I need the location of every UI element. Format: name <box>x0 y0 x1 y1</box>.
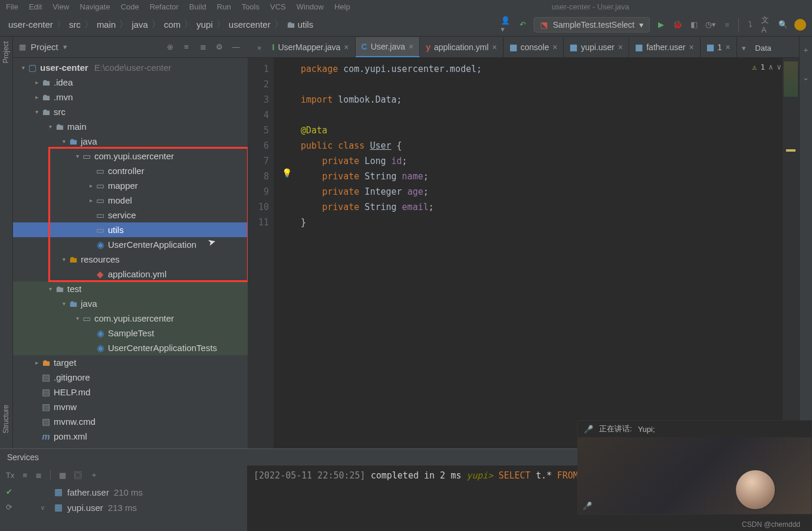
stop-button[interactable]: ■ <box>722 19 732 30</box>
tree-row[interactable]: ▸🖿.mvn <box>13 90 248 104</box>
editor-tab[interactable]: yapplication.yml× <box>420 37 504 57</box>
project-tree[interactable]: ▾▢ user-center E:\code\user-center ▸🖿.id… <box>13 58 248 448</box>
tree-row[interactable]: ▤.gitignore <box>13 370 248 385</box>
breadcrumb-item[interactable]: yupi <box>196 19 213 30</box>
tree-row[interactable]: ◆application.yml <box>13 267 248 281</box>
services-tree[interactable]: ▦ father.user 210 ms v▦ yupi.user 213 ms <box>18 484 143 515</box>
tree-row[interactable]: ▾▭com.yupi.usercenter <box>13 149 248 163</box>
tree-row[interactable]: ▭service <box>13 208 248 222</box>
tree-arrow-icon[interactable]: ▾ <box>46 286 54 292</box>
add-icon[interactable]: ＋ <box>90 470 98 480</box>
profile-button[interactable]: ◷▾ <box>705 19 716 30</box>
tree-row[interactable]: ▾🖿src <box>13 104 248 119</box>
extra-tab[interactable]: Data <box>751 39 776 57</box>
tree-row[interactable]: ▸▭model <box>13 193 248 208</box>
collapse-icon[interactable]: ≣ <box>197 42 209 51</box>
breadcrumb-item[interactable]: java <box>132 19 148 30</box>
mic-icon[interactable]: 🎤 <box>584 425 593 434</box>
tree-arrow-icon[interactable]: ▾ <box>73 153 81 159</box>
back-icon[interactable]: ↶ <box>517 19 528 30</box>
menu-item[interactable]: Build <box>189 2 206 11</box>
tab-overflow-icon[interactable]: ▾ <box>737 39 751 57</box>
add-tool-icon[interactable]: ＋ <box>800 45 812 55</box>
tree-row[interactable]: ▾🖿main <box>13 119 248 134</box>
close-icon[interactable]: × <box>252 39 267 57</box>
coverage-button[interactable]: ◧ <box>689 19 699 30</box>
menu-item[interactable]: Window <box>297 2 324 11</box>
inspections-widget[interactable]: ⚠ 1 ∧ ∨ <box>752 63 781 71</box>
prev-icon[interactable]: ∧ <box>768 63 773 71</box>
editor-tab[interactable]: ▦yupi.user× <box>564 37 629 57</box>
tree-row[interactable]: ◉UserCenterApplicationTests <box>13 340 248 355</box>
debug-button[interactable]: 🐞 <box>672 19 683 30</box>
menu-item[interactable]: Refactor <box>150 2 179 11</box>
close-icon[interactable]: × <box>344 42 349 52</box>
collapse-icon[interactable]: ≣ <box>35 471 42 480</box>
run-button[interactable]: ▶ <box>656 19 666 30</box>
service-row[interactable]: v▦ yupi.user 213 ms <box>41 500 143 515</box>
tree-row[interactable]: ▾🖿test <box>13 281 248 296</box>
tree-arrow-icon[interactable]: ▾ <box>46 123 54 130</box>
menu-item[interactable]: Run <box>217 2 231 11</box>
menu-item[interactable]: File <box>6 2 18 11</box>
tree-row[interactable]: ◉SampleTest <box>13 326 248 340</box>
close-icon[interactable]: × <box>725 42 730 52</box>
tree-arrow-icon[interactable]: ▾ <box>32 109 41 115</box>
tree-row[interactable]: mpom.xml <box>13 429 248 444</box>
code-editor[interactable]: 123 456 789 1011 package com.yupi.userce… <box>248 58 799 448</box>
chevron-down-icon[interactable]: ⌄ <box>800 73 812 82</box>
gear-icon[interactable]: ⚙ <box>213 42 225 51</box>
editor-tab[interactable]: ▦father.user× <box>629 37 700 57</box>
run-configuration-select[interactable]: ⬔ SampleTest.testSelect ▾ <box>534 17 650 32</box>
tree-row[interactable]: ▾🖿java <box>13 134 248 149</box>
breadcrumb-item[interactable]: user-center <box>8 19 53 30</box>
breadcrumb-item[interactable]: src <box>69 19 81 30</box>
tree-root[interactable]: ▾▢ user-center E:\code\user-center <box>13 60 248 75</box>
tree-row[interactable]: ▾▭com.yupi.usercenter <box>13 311 248 326</box>
editor-tab[interactable]: ▦1× <box>701 37 737 57</box>
filter-icon[interactable]: Tx <box>6 471 14 480</box>
tree-row[interactable]: ▤HELP.md <box>13 385 248 399</box>
project-tool-tab[interactable]: Project <box>0 37 12 68</box>
breadcrumb-item[interactable]: 🖿utils <box>287 19 314 30</box>
menu-item[interactable]: Help <box>334 2 350 11</box>
tree-row[interactable]: ▸🖿target <box>13 355 248 370</box>
next-icon[interactable]: ∨ <box>777 63 781 71</box>
refresh-icon[interactable]: ⟳ <box>0 500 18 515</box>
search-icon[interactable]: 🔍 <box>778 19 788 30</box>
tree-arrow-icon[interactable]: ▸ <box>32 359 41 366</box>
close-icon[interactable]: × <box>689 42 693 52</box>
expand-icon[interactable]: ≡ <box>22 471 27 480</box>
tree-arrow-icon[interactable]: ▾ <box>73 315 81 322</box>
tree-arrow-icon[interactable]: ▾ <box>60 256 68 263</box>
add-user-icon[interactable]: 👤▾ <box>501 19 511 30</box>
tree-arrow-icon[interactable]: ▸ <box>32 94 41 100</box>
avatar-icon[interactable] <box>794 19 806 31</box>
menu-item[interactable]: VCS <box>270 2 286 11</box>
tree-row[interactable]: ▾🖿resources <box>13 252 248 267</box>
menu-item[interactable]: View <box>52 2 69 11</box>
menu-item[interactable]: Tools <box>242 2 259 11</box>
close-icon[interactable]: × <box>492 42 497 52</box>
git-button[interactable]: ⤵ <box>745 19 755 30</box>
tree-arrow-icon[interactable]: ▸ <box>32 79 41 86</box>
tree-arrow-icon[interactable]: ▾ <box>60 300 68 307</box>
close-icon[interactable]: × <box>553 42 557 52</box>
structure-tool-tab[interactable]: Structure <box>0 400 12 438</box>
code-text[interactable]: package com.yupi.usercenter.model; impor… <box>274 58 799 448</box>
editor-minimap[interactable] <box>783 58 799 448</box>
menu-item[interactable]: Code <box>121 2 139 11</box>
dropdown-icon[interactable]: ▾ <box>63 42 67 51</box>
tree-row[interactable]: ▸🖿.idea <box>13 75 248 90</box>
editor-tab[interactable]: ▦console× <box>504 37 564 57</box>
breadcrumb-item[interactable]: com <box>164 19 180 30</box>
translate-icon[interactable]: 文A <box>761 19 772 30</box>
tree-row[interactable]: ▭controller <box>13 163 248 178</box>
tree-row[interactable]: ▤mvnw <box>13 399 248 414</box>
tree-row[interactable]: ▸▭mapper <box>13 178 248 193</box>
tree-row[interactable]: ▭utils <box>13 222 248 237</box>
expand-icon[interactable]: ≡ <box>180 42 192 51</box>
mic-mute-icon[interactable]: 🎤 <box>583 502 592 510</box>
breadcrumb-item[interactable]: main <box>97 19 116 30</box>
breadcrumb-item[interactable]: usercenter <box>229 19 271 30</box>
